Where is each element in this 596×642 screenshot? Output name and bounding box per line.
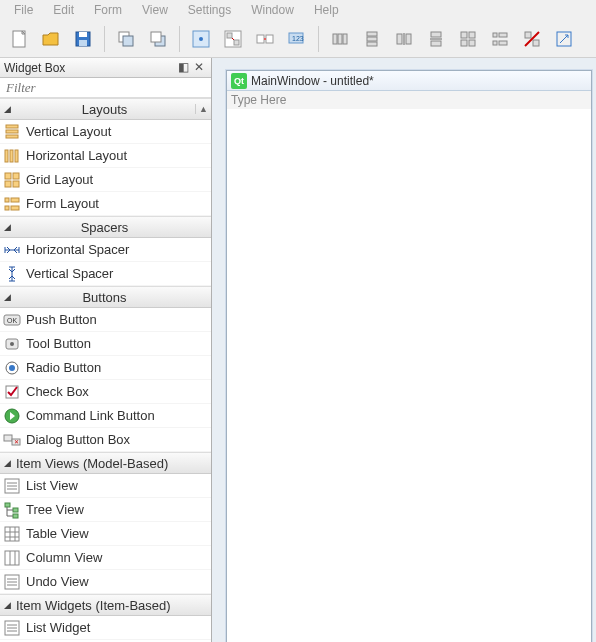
category-layouts[interactable]: ◢ Layouts ▲ bbox=[0, 98, 211, 120]
svg-rect-35 bbox=[499, 33, 507, 37]
widget-horizontal-layout[interactable]: Horizontal Layout bbox=[0, 144, 211, 168]
widget-vertical-spacer[interactable]: Vertical Spacer bbox=[0, 262, 211, 286]
svg-rect-48 bbox=[5, 173, 11, 179]
edit-widgets-button[interactable] bbox=[186, 24, 216, 54]
svg-rect-7 bbox=[151, 32, 161, 42]
form-central-widget[interactable] bbox=[227, 109, 591, 642]
widget-push-button[interactable]: OKPush Button bbox=[0, 308, 211, 332]
widget-horizontal-spacer[interactable]: Horizontal Spacer bbox=[0, 238, 211, 262]
svg-rect-15 bbox=[266, 35, 273, 43]
widget-table-view[interactable]: Table View bbox=[0, 522, 211, 546]
widget-label: List Widget bbox=[26, 620, 90, 635]
svg-rect-19 bbox=[338, 34, 342, 44]
category-item-widgets[interactable]: ◢ Item Widgets (Item-Based) bbox=[0, 594, 211, 616]
menu-file[interactable]: File bbox=[4, 1, 43, 19]
widget-check-box[interactable]: Check Box bbox=[0, 380, 211, 404]
panel-close-button[interactable]: ✕ bbox=[191, 60, 207, 76]
menu-form[interactable]: Form bbox=[84, 1, 132, 19]
vertical-spacer-icon bbox=[2, 264, 22, 284]
svg-rect-50 bbox=[5, 181, 11, 187]
horizontal-layout-icon bbox=[2, 146, 22, 166]
design-canvas[interactable]: Qt MainWindow - untitled* Type Here bbox=[212, 58, 596, 642]
widget-vertical-layout[interactable]: Vertical Layout bbox=[0, 120, 211, 144]
svg-rect-46 bbox=[10, 150, 13, 162]
svg-point-61 bbox=[9, 365, 15, 371]
edit-buddies-button[interactable] bbox=[250, 24, 280, 54]
list-view-icon bbox=[2, 476, 22, 496]
bring-front-button[interactable] bbox=[143, 24, 173, 54]
menu-view[interactable]: View bbox=[132, 1, 178, 19]
main-window-form[interactable]: Qt MainWindow - untitled* Type Here bbox=[226, 70, 592, 642]
layout-horizontal-button[interactable] bbox=[325, 24, 355, 54]
collapse-arrow-icon: ◢ bbox=[0, 458, 14, 468]
category-buttons[interactable]: ◢ Buttons bbox=[0, 286, 211, 308]
break-layout-button[interactable] bbox=[517, 24, 547, 54]
widget-form-layout[interactable]: Form Layout bbox=[0, 192, 211, 216]
filter-input[interactable] bbox=[0, 78, 211, 98]
panel-float-button[interactable]: ◧ bbox=[175, 60, 191, 76]
svg-text:✕: ✕ bbox=[14, 439, 19, 445]
widget-dialog-button-box[interactable]: ✕Dialog Button Box bbox=[0, 428, 211, 452]
widget-tool-button[interactable]: Tool Button bbox=[0, 332, 211, 356]
widget-column-view[interactable]: Column View bbox=[0, 546, 211, 570]
svg-rect-23 bbox=[367, 42, 377, 46]
layout-vertical-splitter-button[interactable] bbox=[421, 24, 451, 54]
menubar: File Edit Form View Settings Window Help bbox=[0, 0, 596, 20]
column-view-icon bbox=[2, 548, 22, 568]
edit-taborder-button[interactable]: 123 bbox=[282, 24, 312, 54]
push-button-icon: OK bbox=[2, 310, 22, 330]
category-spacers[interactable]: ◢ Spacers bbox=[0, 216, 211, 238]
widget-label: Command Link Button bbox=[26, 408, 155, 423]
svg-rect-49 bbox=[13, 173, 19, 179]
qt-icon: Qt bbox=[231, 73, 247, 89]
svg-rect-21 bbox=[367, 32, 377, 36]
widget-tree[interactable]: ◢ Layouts ▲ Vertical Layout Horizontal L… bbox=[0, 98, 211, 642]
category-item-views[interactable]: ◢ Item Views (Model-Based) bbox=[0, 452, 211, 474]
svg-rect-18 bbox=[333, 34, 337, 44]
layout-vertical-button[interactable] bbox=[357, 24, 387, 54]
widget-label: Dialog Button Box bbox=[26, 432, 130, 447]
widget-tree-view[interactable]: Tree View bbox=[0, 498, 211, 522]
widget-command-link-button[interactable]: Command Link Button bbox=[0, 404, 211, 428]
save-button[interactable] bbox=[68, 24, 98, 54]
send-back-button[interactable] bbox=[111, 24, 141, 54]
table-view-icon bbox=[2, 524, 22, 544]
widget-label: Column View bbox=[26, 550, 102, 565]
adjust-size-button[interactable] bbox=[549, 24, 579, 54]
widget-label: Undo View bbox=[26, 574, 89, 589]
widget-label: Tree View bbox=[26, 502, 84, 517]
collapse-arrow-icon: ◢ bbox=[0, 600, 14, 610]
widget-list-view[interactable]: List View bbox=[0, 474, 211, 498]
collapse-arrow-icon: ◢ bbox=[0, 104, 14, 114]
svg-rect-79 bbox=[5, 551, 19, 565]
widget-grid-layout[interactable]: Grid Layout bbox=[0, 168, 211, 192]
layout-horizontal-splitter-button[interactable] bbox=[389, 24, 419, 54]
open-button[interactable] bbox=[36, 24, 66, 54]
list-widget-icon bbox=[2, 618, 22, 638]
toolbar-separator bbox=[104, 26, 105, 52]
widget-list-widget[interactable]: List Widget bbox=[0, 616, 211, 640]
collapse-arrow-icon: ◢ bbox=[0, 222, 14, 232]
widget-label: Vertical Spacer bbox=[26, 266, 113, 281]
layout-grid-button[interactable] bbox=[453, 24, 483, 54]
widget-undo-view[interactable]: Undo View bbox=[0, 570, 211, 594]
layout-form-button[interactable] bbox=[485, 24, 515, 54]
horizontal-spacer-icon bbox=[2, 240, 22, 260]
menu-help[interactable]: Help bbox=[304, 1, 349, 19]
widget-radio-button[interactable]: Radio Button bbox=[0, 356, 211, 380]
widget-label: Form Layout bbox=[26, 196, 99, 211]
category-label: Layouts bbox=[14, 102, 195, 117]
svg-rect-3 bbox=[79, 40, 87, 46]
menu-settings[interactable]: Settings bbox=[178, 1, 241, 19]
form-layout-icon bbox=[2, 194, 22, 214]
edit-signals-button[interactable] bbox=[218, 24, 248, 54]
scroll-up-icon[interactable]: ▲ bbox=[195, 104, 211, 114]
menu-window[interactable]: Window bbox=[241, 1, 304, 19]
form-menubar[interactable]: Type Here bbox=[227, 91, 591, 109]
new-form-button[interactable] bbox=[4, 24, 34, 54]
menu-edit[interactable]: Edit bbox=[43, 1, 84, 19]
type-here-placeholder[interactable]: Type Here bbox=[231, 93, 286, 107]
svg-rect-43 bbox=[6, 130, 18, 133]
category-label: Item Views (Model-Based) bbox=[14, 456, 211, 471]
svg-rect-33 bbox=[469, 40, 475, 46]
